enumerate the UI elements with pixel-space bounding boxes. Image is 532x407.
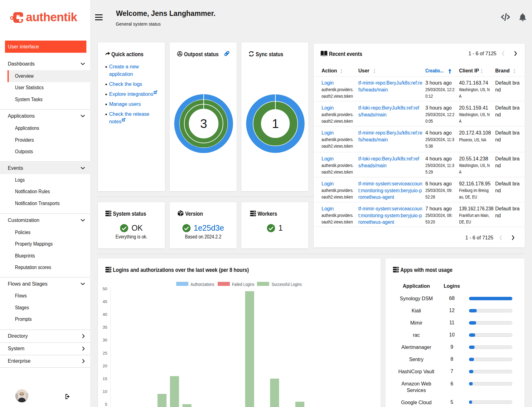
svg-text:1: 1 <box>272 117 279 130</box>
svg-text:3: 3 <box>200 117 207 130</box>
